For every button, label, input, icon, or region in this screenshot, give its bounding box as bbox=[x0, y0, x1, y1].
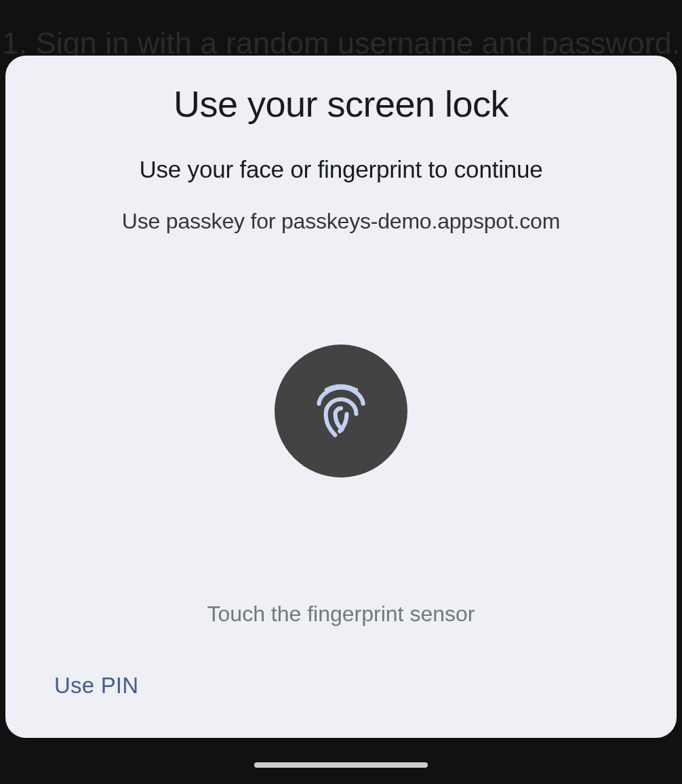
modal-footer: Use PIN bbox=[46, 667, 636, 704]
navigation-handle[interactable] bbox=[254, 762, 428, 768]
modal-subtitle: Use your face or fingerprint to continue bbox=[46, 156, 636, 183]
sensor-hint-text: Touch the fingerprint sensor bbox=[46, 602, 636, 627]
biometric-prompt-modal: Use your screen lock Use your face or fi… bbox=[5, 56, 677, 738]
sensor-area bbox=[46, 234, 636, 568]
use-pin-button[interactable]: Use PIN bbox=[46, 667, 146, 704]
passkey-domain-text: Use passkey for passkeys-demo.appspot.co… bbox=[46, 209, 636, 234]
fingerprint-icon bbox=[310, 378, 372, 444]
fingerprint-sensor[interactable] bbox=[275, 345, 407, 477]
modal-title: Use your screen lock bbox=[46, 83, 636, 125]
